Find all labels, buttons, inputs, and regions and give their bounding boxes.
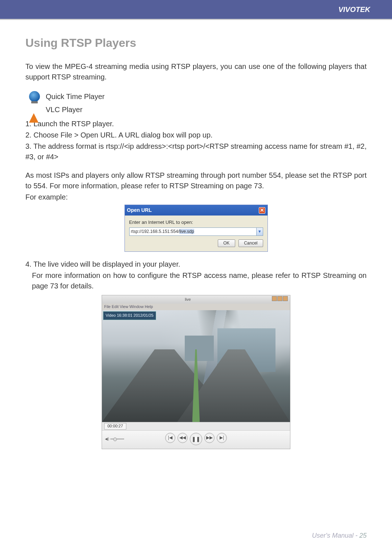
player-list: Quick Time Player VLC Player (29, 91, 367, 115)
step-4b: For more information on how to configure… (25, 270, 367, 291)
page-footer: User's Manual - 25 (312, 532, 367, 539)
section-title: Using RTSP Players (25, 34, 367, 51)
elapsed-time: 00:00:27 (104, 423, 126, 430)
forward-button[interactable]: ▶▶ (204, 433, 215, 443)
step4-block: 4. The live video will be displayed in y… (25, 259, 367, 291)
scene-building2 (185, 336, 214, 361)
pause-button[interactable]: ❚❚ (190, 433, 202, 445)
skip-back-button[interactable]: |◀ (165, 433, 175, 443)
intro-paragraph: To view the MPEG-4 streaming media using… (25, 61, 367, 82)
dialog-titlebar: Open URL ✕ (125, 205, 268, 215)
footer-label: User's Manual - (312, 532, 359, 539)
url-input-prefix: rtsp://192.168.5.151:554/ (131, 229, 179, 234)
step-4: 4. The live video will be displayed in y… (25, 259, 367, 270)
open-url-dialog: Open URL ✕ Enter an Internet URL to open… (124, 205, 268, 252)
footer-page-number: 25 (359, 532, 367, 539)
player-menubar[interactable]: File Edit View Window Help (102, 304, 290, 310)
dialog-label: Enter an Internet URL to open: (129, 219, 263, 226)
ok-button[interactable]: OK (218, 239, 235, 247)
close-icon[interactable]: ✕ (259, 207, 265, 214)
cancel-button[interactable]: Cancel (238, 239, 263, 247)
url-dropdown-button[interactable]: ▾ (257, 227, 263, 236)
volume-slider[interactable] (110, 439, 124, 439)
steps-block: 1. Launch the RTSP player. 2. Choose Fil… (25, 119, 367, 202)
media-player-window: live File Edit View Window Help Video 16… (102, 295, 290, 449)
player-titlebar: live (102, 295, 290, 304)
window-buttons (271, 296, 288, 303)
quicktime-icon (29, 91, 40, 102)
step-2: 2. Choose File > Open URL. A URL dialog … (25, 130, 367, 140)
player-quicktime-label: Quick Time Player (46, 91, 105, 102)
url-input-highlight: live.sdp (179, 229, 194, 234)
volume-control[interactable]: ◀) (105, 436, 127, 442)
minimize-icon[interactable] (272, 296, 277, 301)
volume-icon: ◀) (105, 436, 109, 442)
step-1: 1. Launch the RTSP player. (25, 119, 367, 129)
brand-label: VIVOTEK (338, 5, 370, 14)
player-vlc-row: VLC Player (29, 104, 367, 115)
maximize-icon[interactable] (277, 296, 282, 301)
step-3: 3. The address format is rtsp://<ip addr… (25, 141, 367, 162)
player-quicktime-row: Quick Time Player (29, 91, 367, 102)
dialog-title-text: Open URL (127, 206, 152, 214)
example-label: For example: (25, 192, 367, 202)
close-window-icon[interactable] (283, 296, 288, 301)
video-viewport: Video 16:38:01 2012/01/25 (102, 310, 290, 422)
player-window-title: live (104, 297, 271, 303)
video-overlay-timestamp: Video 16:38:01 2012/01/25 (103, 311, 156, 320)
player-vlc-label: VLC Player (46, 104, 82, 115)
rewind-button[interactable]: ◀◀ (177, 433, 188, 443)
player-controls: ◀) |◀ ◀◀ ❚❚ ▶▶ ▶| (102, 430, 290, 449)
player-statusbar: 00:00:27 (102, 422, 290, 430)
url-input[interactable]: rtsp://192.168.5.151:554/live.sdp (129, 227, 257, 236)
vlc-icon (29, 105, 38, 123)
isp-note: As most ISPs and players only allow RTSP… (25, 170, 367, 191)
header-bar: VIVOTEK (0, 0, 392, 19)
skip-forward-button[interactable]: ▶| (217, 433, 227, 443)
